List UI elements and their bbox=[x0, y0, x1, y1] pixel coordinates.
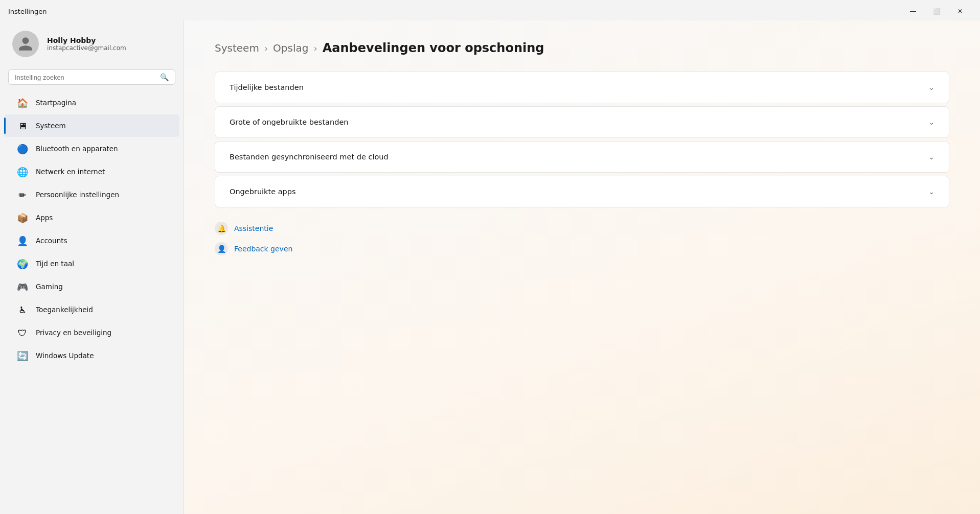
sidebar-item-netwerk[interactable]: 🌐 Netwerk en internet bbox=[4, 160, 179, 183]
sidebar: Holly Hobby instapcactive@gmail.com 🔍 🏠 … bbox=[0, 20, 184, 514]
breadcrumb-opslag[interactable]: Opslag bbox=[273, 42, 308, 54]
persoonlijk-icon: ✏️ bbox=[16, 189, 29, 201]
links-section: 🔔 Assistentie 👤 Feedback geven bbox=[215, 222, 949, 255]
chevron-down-icon: ⌄ bbox=[928, 153, 935, 161]
accordion-header-tijdelijk[interactable]: Tijdelijke bestanden ⌄ bbox=[215, 72, 949, 103]
sidebar-item-persoonlijk[interactable]: ✏️ Persoonlijke instellingen bbox=[4, 183, 179, 206]
sidebar-label-apps: Apps bbox=[36, 214, 53, 222]
accordion-title-cloud: Bestanden gesynchroniseerd met de cloud bbox=[230, 153, 389, 161]
link-feedback[interactable]: 👤 Feedback geven bbox=[215, 242, 949, 255]
systeem-icon: 🖥 bbox=[16, 120, 29, 132]
main-content: Systeem › Opslag › Aanbevelingen voor op… bbox=[184, 20, 980, 514]
accordion-apps: Ongebruikte apps ⌄ bbox=[215, 176, 949, 207]
accordion-groot: Grote of ongebruikte bestanden ⌄ bbox=[215, 106, 949, 138]
sidebar-label-systeem: Systeem bbox=[36, 122, 66, 130]
windows-update-icon: 🔄 bbox=[16, 349, 29, 362]
accordion-tijdelijk: Tijdelijke bestanden ⌄ bbox=[215, 72, 949, 103]
user-avatar-icon bbox=[17, 36, 34, 52]
sidebar-label-privacy: Privacy en beveiliging bbox=[36, 329, 111, 337]
link-label-feedback: Feedback geven bbox=[234, 245, 292, 253]
user-name: Holly Hobby bbox=[47, 36, 126, 44]
sidebar-item-windows-update[interactable]: 🔄 Windows Update bbox=[4, 344, 179, 367]
maximize-button[interactable]: ⬜ bbox=[925, 3, 948, 19]
sidebar-label-bluetooth: Bluetooth en apparaten bbox=[36, 145, 118, 153]
sidebar-item-gaming[interactable]: 🎮 Gaming bbox=[4, 275, 179, 298]
accordion-header-apps[interactable]: Ongebruikte apps ⌄ bbox=[215, 176, 949, 207]
accordion-container: Tijdelijke bestanden ⌄ Grote of ongebrui… bbox=[215, 72, 949, 207]
feedback-icon: 👤 bbox=[215, 242, 228, 255]
privacy-icon: 🛡 bbox=[16, 326, 29, 339]
sidebar-item-systeem[interactable]: 🖥 Systeem bbox=[4, 114, 179, 137]
accordion-title-apps: Ongebruikte apps bbox=[230, 188, 296, 196]
sidebar-label-tijd: Tijd en taal bbox=[36, 260, 74, 268]
minimize-button[interactable]: — bbox=[901, 3, 925, 19]
breadcrumb-sep-1: › bbox=[264, 43, 268, 54]
apps-icon: 📦 bbox=[16, 212, 29, 224]
sidebar-label-gaming: Gaming bbox=[36, 283, 63, 291]
sidebar-label-persoonlijk: Persoonlijke instellingen bbox=[36, 191, 119, 199]
accordion-cloud: Bestanden gesynchroniseerd met de cloud … bbox=[215, 141, 949, 173]
search-input[interactable] bbox=[15, 74, 156, 81]
search-icon: 🔍 bbox=[160, 73, 169, 81]
sidebar-item-startpagina[interactable]: 🏠 Startpagina bbox=[4, 91, 179, 114]
accordion-title-groot: Grote of ongebruikte bestanden bbox=[230, 118, 349, 126]
sidebar-label-windows-update: Windows Update bbox=[36, 352, 94, 360]
breadcrumb-systeem[interactable]: Systeem bbox=[215, 42, 259, 54]
window-controls: — ⬜ ✕ bbox=[901, 3, 972, 19]
sidebar-item-toegankelijkheid[interactable]: ♿ Toegankelijkheid bbox=[4, 298, 179, 321]
sidebar-item-bluetooth[interactable]: 🔵 Bluetooth en apparaten bbox=[4, 137, 179, 160]
bluetooth-icon: 🔵 bbox=[16, 143, 29, 155]
sidebar-item-tijd[interactable]: 🌍 Tijd en taal bbox=[4, 252, 179, 275]
user-email: instapcactive@gmail.com bbox=[47, 44, 126, 52]
toegankelijkheid-icon: ♿ bbox=[16, 303, 29, 316]
sidebar-label-startpagina: Startpagina bbox=[36, 99, 76, 107]
chevron-down-icon: ⌄ bbox=[928, 188, 935, 196]
sidebar-item-apps[interactable]: 📦 Apps bbox=[4, 206, 179, 229]
sidebar-item-accounts[interactable]: 👤 Accounts bbox=[4, 229, 179, 252]
chevron-down-icon: ⌄ bbox=[928, 118, 935, 126]
breadcrumb-current: Aanbevelingen voor opschoning bbox=[323, 41, 544, 55]
avatar bbox=[12, 31, 39, 57]
sidebar-label-toegankelijkheid: Toegankelijkheid bbox=[36, 306, 93, 314]
search-box[interactable]: 🔍 bbox=[8, 69, 175, 85]
breadcrumb-sep-2: › bbox=[313, 43, 317, 54]
tijd-icon: 🌍 bbox=[16, 258, 29, 270]
user-section: Holly Hobby instapcactive@gmail.com bbox=[0, 20, 184, 67]
window-title: Instellingen bbox=[8, 8, 47, 15]
accordion-header-cloud[interactable]: Bestanden gesynchroniseerd met de cloud … bbox=[215, 142, 949, 172]
accordion-header-groot[interactable]: Grote of ongebruikte bestanden ⌄ bbox=[215, 107, 949, 137]
chevron-down-icon: ⌄ bbox=[928, 83, 935, 91]
sidebar-nav: 🏠 Startpagina 🖥 Systeem 🔵 Bluetooth en a… bbox=[0, 91, 184, 367]
netwerk-icon: 🌐 bbox=[16, 166, 29, 178]
close-button[interactable]: ✕ bbox=[948, 3, 972, 19]
gaming-icon: 🎮 bbox=[16, 281, 29, 293]
link-assistentie[interactable]: 🔔 Assistentie bbox=[215, 222, 949, 235]
accordion-title-tijdelijk: Tijdelijke bestanden bbox=[230, 83, 304, 91]
link-label-assistentie: Assistentie bbox=[234, 224, 273, 232]
breadcrumb: Systeem › Opslag › Aanbevelingen voor op… bbox=[215, 41, 949, 55]
user-info: Holly Hobby instapcactive@gmail.com bbox=[47, 36, 126, 52]
sidebar-label-netwerk: Netwerk en internet bbox=[36, 168, 105, 176]
sidebar-label-accounts: Accounts bbox=[36, 237, 67, 245]
sidebar-item-privacy[interactable]: 🛡 Privacy en beveiliging bbox=[4, 321, 179, 344]
accounts-icon: 👤 bbox=[16, 235, 29, 247]
startpagina-icon: 🏠 bbox=[16, 97, 29, 109]
assistentie-icon: 🔔 bbox=[215, 222, 228, 235]
title-bar: Instellingen — ⬜ ✕ bbox=[0, 0, 980, 20]
